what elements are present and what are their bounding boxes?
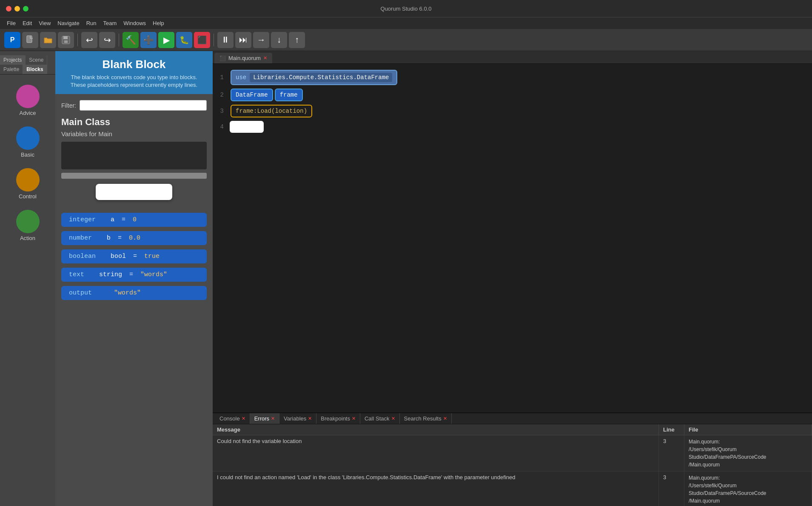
menu-run[interactable]: Run — [83, 19, 100, 28]
code-line-2: 2 DataFrame frame — [213, 87, 812, 103]
use-block[interactable]: use Libraries.Compute.Statistics.DataFra… — [231, 70, 397, 85]
col-line: Line — [659, 424, 684, 435]
tab-projects[interactable]: Projects — [0, 55, 26, 65]
code-line-3: 3 frame:Load(location) — [213, 103, 812, 119]
console-tab-label: Console — [219, 415, 240, 422]
blank-block-shape[interactable] — [96, 184, 172, 200]
step-forward-button[interactable]: → — [253, 32, 269, 48]
menu-navigate[interactable]: Navigate — [54, 19, 83, 28]
pause-button[interactable]: ⏸ — [217, 32, 234, 48]
var-preview-box — [61, 142, 207, 169]
breakpoints-tab-close[interactable]: ✕ — [352, 416, 356, 421]
menu-view[interactable]: View — [35, 19, 54, 28]
tab-close-icon[interactable]: ✕ — [263, 55, 267, 61]
build-button[interactable]: 🔨 — [123, 32, 139, 48]
blank-editor-block[interactable] — [230, 121, 264, 133]
tab-console[interactable]: Console ✕ — [215, 413, 250, 424]
basic-label: Basic — [21, 152, 34, 158]
errors-tab-label: Errors — [254, 415, 269, 422]
error-row-1: Could not find the variable location 3 M… — [213, 435, 812, 472]
searchresults-tab-close[interactable]: ✕ — [443, 416, 447, 421]
error-file-2: Main.quorum:/Users/stefik/QuorumStudio/D… — [684, 472, 812, 506]
control-label: Control — [19, 193, 37, 200]
filter-row: Filter: — [61, 100, 207, 111]
editor-tabs: ⬛ Main.quorum ✕ — [213, 51, 812, 64]
tab-variables[interactable]: Variables ✕ — [279, 413, 316, 424]
tab-breakpoints[interactable]: Breakpoints ✕ — [316, 413, 360, 424]
category-action[interactable]: Action — [0, 206, 55, 245]
close-button[interactable] — [6, 6, 11, 11]
step-down-button[interactable]: ↓ — [271, 32, 287, 48]
project-button[interactable]: P — [4, 32, 20, 48]
main-layout: Projects Scene Palette Blocks Advice Bas… — [0, 51, 812, 506]
error-message-2: I could not find an action named 'Load' … — [213, 472, 659, 506]
toolbar-separator-1 — [77, 34, 78, 46]
editor-tab-main[interactable]: ⬛ Main.quorum ✕ — [214, 53, 272, 63]
add-button[interactable]: ➕ — [140, 32, 157, 48]
line-number-1: 1 — [213, 74, 230, 81]
callstack-tab-close[interactable]: ✕ — [391, 416, 395, 421]
maximize-button[interactable] — [23, 6, 28, 11]
col-message: Message — [213, 424, 659, 435]
filter-input[interactable] — [80, 100, 207, 111]
save-button[interactable] — [58, 32, 74, 48]
tab-searchresults[interactable]: Search Results ✕ — [400, 413, 452, 424]
frame-var-block[interactable]: frame — [275, 89, 303, 101]
menu-edit[interactable]: Edit — [19, 19, 35, 28]
searchresults-tab-label: Search Results — [404, 415, 442, 422]
var-scrollbar[interactable] — [61, 173, 207, 179]
load-block[interactable]: frame:Load(location) — [231, 105, 312, 117]
tab-filename: Main.quorum — [228, 55, 261, 61]
console-tab-close[interactable]: ✕ — [242, 416, 245, 421]
category-sidebar: Projects Scene Palette Blocks Advice Bas… — [0, 51, 55, 506]
filter-label: Filter: — [61, 102, 76, 109]
control-circle — [16, 168, 40, 192]
bottom-content: Message Line File Could not find the var… — [213, 424, 812, 506]
errors-table: Message Line File Could not find the var… — [213, 424, 812, 506]
category-advice[interactable]: Advice — [0, 81, 55, 120]
tab-errors[interactable]: Errors ✕ — [250, 413, 279, 424]
menu-file[interactable]: File — [3, 19, 19, 28]
number-block[interactable]: number b = 0.0 — [61, 231, 207, 245]
menu-windows[interactable]: Windows — [120, 19, 149, 28]
output-block[interactable]: output "words" — [61, 286, 207, 300]
category-basic[interactable]: Basic — [0, 123, 55, 161]
text-block[interactable]: text string = "words" — [61, 268, 207, 282]
tab-palette[interactable]: Palette — [0, 65, 23, 74]
menu-help[interactable]: Help — [149, 19, 168, 28]
line-content-4 — [230, 121, 264, 133]
minimize-button[interactable] — [14, 6, 20, 11]
code-line-1: 1 use Libraries.Compute.Statistics.DataF… — [213, 68, 812, 87]
line-content-2: DataFrame frame — [230, 88, 304, 102]
section-subtitle: Variables for Main — [61, 130, 207, 137]
debug-button[interactable]: 🐛 — [176, 32, 192, 48]
category-control[interactable]: Control — [0, 165, 55, 203]
step-up-button[interactable]: ↑ — [289, 32, 305, 48]
open-folder-button[interactable] — [40, 32, 56, 48]
toolbar: P ↩ ↪ 🔨 ➕ ▶ 🐛 ⬛ ⏸ ⏭ → ↓ ↑ — [0, 29, 812, 51]
line-content-1: use Libraries.Compute.Statistics.DataFra… — [230, 69, 398, 86]
integer-block[interactable]: integer a = 0 — [61, 213, 207, 227]
dataframe-keyword-block[interactable]: DataFrame — [231, 89, 273, 101]
tab-scene[interactable]: Scene — [26, 55, 47, 65]
new-file-button[interactable] — [22, 32, 38, 48]
redo-button[interactable]: ↪ — [99, 32, 115, 48]
line-number-4: 4 — [213, 123, 230, 130]
boolean-block[interactable]: boolean bool = true — [61, 249, 207, 263]
advice-label: Advice — [19, 110, 36, 116]
tab-blocks[interactable]: Blocks — [23, 65, 47, 74]
step-next-button[interactable]: ⏭ — [235, 32, 251, 48]
run-button[interactable]: ▶ — [158, 32, 174, 48]
callstack-tab-label: Call Stack — [365, 415, 390, 422]
variables-tab-close[interactable]: ✕ — [308, 416, 312, 421]
tab-callstack[interactable]: Call Stack ✕ — [360, 413, 400, 424]
errors-tab-close[interactable]: ✕ — [271, 416, 275, 421]
breakpoints-tab-label: Breakpoints — [321, 415, 350, 422]
block-panel: Blank Block The blank block converts cod… — [55, 51, 213, 506]
basic-circle — [16, 126, 40, 150]
action-circle — [16, 210, 40, 233]
undo-button[interactable]: ↩ — [81, 32, 97, 48]
menu-team[interactable]: Team — [100, 19, 120, 28]
stop-button[interactable]: ⬛ — [194, 32, 210, 48]
code-editor: 1 use Libraries.Compute.Statistics.DataF… — [213, 64, 812, 412]
